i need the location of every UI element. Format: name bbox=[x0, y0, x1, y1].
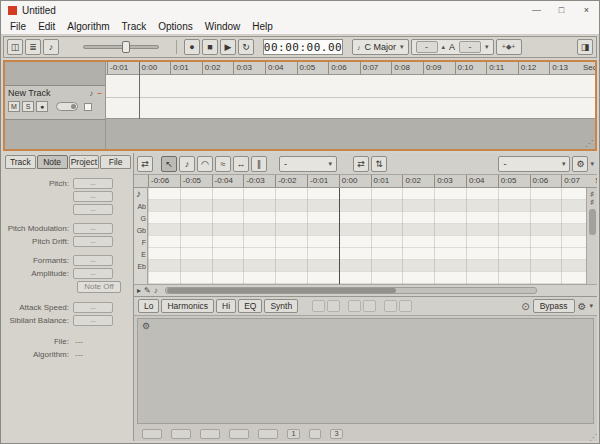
scroll-mode-icon[interactable]: ▸ bbox=[137, 286, 141, 296]
menu-item[interactable]: Track bbox=[116, 21, 153, 32]
bypass-button[interactable]: Bypass bbox=[533, 299, 575, 313]
time-display[interactable]: 00:00:00.00 bbox=[263, 39, 343, 55]
track-volume-fader[interactable] bbox=[56, 102, 78, 111]
record-arm-button[interactable]: ● bbox=[36, 101, 48, 112]
editor-settings-button[interactable]: ⚙ bbox=[572, 156, 588, 172]
panel-layout-button[interactable]: ◫ bbox=[7, 39, 23, 55]
menu-item[interactable]: Edit bbox=[32, 21, 61, 32]
tempo-up-icon[interactable]: ▴ bbox=[442, 43, 446, 51]
titlebar[interactable]: Untitled — □ × bbox=[1, 1, 599, 19]
sound-mini-control[interactable] bbox=[348, 300, 361, 312]
monitor-volume-slider[interactable] bbox=[83, 45, 159, 49]
tempo-value-2[interactable]: - bbox=[459, 41, 481, 53]
note-assignment-mode-button[interactable]: +◆+ bbox=[496, 39, 522, 55]
inspector-tab[interactable]: Note bbox=[37, 155, 68, 169]
vertical-scrollbar-thumb[interactable] bbox=[589, 209, 596, 235]
mixer-button[interactable]: ≣ bbox=[25, 39, 41, 55]
sound-param-box[interactable] bbox=[142, 429, 162, 439]
sound-mini-control[interactable] bbox=[327, 300, 340, 312]
pitch-ruler[interactable]: AbGGbFEEb ♪ bbox=[134, 188, 148, 284]
editor-ruler[interactable]: -0:06-0:05-0:04-0:03-0:02-0:010:000:010:… bbox=[134, 175, 597, 188]
sound-tab[interactable]: Synth bbox=[264, 299, 298, 313]
play-button[interactable]: ▶ bbox=[220, 39, 236, 55]
formant-tool-button[interactable]: ◠ bbox=[197, 156, 213, 172]
sound-param-box[interactable] bbox=[171, 429, 191, 439]
inspector-tab[interactable]: File bbox=[100, 155, 131, 169]
inspector-tab[interactable]: Track bbox=[5, 155, 36, 169]
sound-param-box[interactable] bbox=[200, 429, 220, 439]
algorithm-icon[interactable]: ~ bbox=[97, 89, 102, 98]
menu-item[interactable]: Window bbox=[199, 21, 247, 32]
horizontal-scrollbar-thumb[interactable] bbox=[167, 288, 397, 293]
sharp-icon[interactable]: ♯ bbox=[590, 198, 594, 205]
tempo-value[interactable]: - bbox=[416, 41, 438, 53]
menu-item[interactable]: Algorithm bbox=[61, 21, 115, 32]
sound-param-box[interactable] bbox=[258, 429, 278, 439]
editor-scroll-column[interactable]: ♯ ♯ bbox=[586, 188, 597, 284]
note-off-button[interactable]: Note Off bbox=[77, 281, 121, 293]
horizontal-scrollbar[interactable] bbox=[165, 287, 537, 294]
maximize-button[interactable]: □ bbox=[549, 1, 574, 19]
modulation-field[interactable]: -- bbox=[73, 223, 113, 234]
autoscroll-v-button[interactable]: ⇅ bbox=[371, 156, 387, 172]
playhead[interactable] bbox=[139, 62, 140, 119]
sound-tab[interactable]: Harmonics bbox=[161, 299, 214, 313]
sharp-icon[interactable]: ♯ bbox=[590, 190, 594, 197]
sound-mini-control[interactable] bbox=[384, 300, 397, 312]
pitch-field[interactable]: -- bbox=[73, 178, 113, 189]
pitch-tool-button[interactable]: ♪ bbox=[179, 156, 195, 172]
pitch-hz-field[interactable]: -- bbox=[73, 204, 113, 215]
sound-mini-control[interactable] bbox=[363, 300, 376, 312]
timing-tool-button[interactable]: ↔ bbox=[233, 156, 249, 172]
menu-item[interactable]: File bbox=[4, 21, 32, 32]
sound-tab[interactable]: Lo bbox=[138, 299, 159, 313]
monitor-icon[interactable]: ♪ bbox=[89, 89, 93, 98]
window-resize-grip-icon[interactable]: ⋰ bbox=[589, 433, 597, 442]
panel-toggle-button[interactable]: ◨ bbox=[577, 39, 593, 55]
sound-display-area[interactable]: ⚙ bbox=[137, 318, 594, 424]
track-name[interactable]: New Track bbox=[8, 88, 85, 98]
speaker-icon[interactable]: ♪ bbox=[154, 286, 158, 296]
sound-num-field[interactable]: 3 bbox=[330, 429, 343, 439]
track-lanes[interactable] bbox=[106, 75, 595, 119]
chevron-down-icon[interactable]: ▾ bbox=[589, 302, 593, 310]
key-selector[interactable]: ♪ C Major ▾ bbox=[352, 39, 409, 55]
record-button[interactable]: ● bbox=[184, 39, 200, 55]
algorithm-dropdown[interactable]: - ▾ bbox=[498, 156, 570, 172]
drift-field[interactable]: -- bbox=[73, 236, 113, 247]
editor-playhead[interactable] bbox=[339, 188, 340, 284]
track-header[interactable]: New Track ♪ ~ M S ● bbox=[5, 85, 105, 120]
track-checkbox[interactable] bbox=[84, 103, 92, 111]
attack-field[interactable]: -- bbox=[73, 302, 113, 313]
sound-tab[interactable]: EQ bbox=[238, 299, 262, 313]
sound-tab[interactable]: Hi bbox=[216, 299, 236, 313]
resize-grip-icon[interactable]: ⋰ bbox=[585, 139, 593, 148]
pitch-cent-field[interactable]: -- bbox=[73, 191, 113, 202]
amplitude-tool-button[interactable]: ≈ bbox=[215, 156, 231, 172]
note-assignment-view-button[interactable]: ♪ bbox=[43, 39, 59, 55]
autostretch-button[interactable]: A bbox=[449, 42, 455, 52]
close-button[interactable]: × bbox=[574, 1, 599, 19]
inspector-tab[interactable]: Project bbox=[69, 155, 100, 169]
solo-button[interactable]: S bbox=[22, 101, 34, 112]
fader-handle[interactable] bbox=[71, 104, 76, 109]
chevron-down-icon[interactable]: ▾ bbox=[590, 160, 594, 168]
pencil-icon[interactable]: ✎ bbox=[144, 286, 151, 296]
formants-field[interactable]: -- bbox=[73, 255, 113, 266]
sound-options-gear-icon[interactable]: ⚙ bbox=[142, 321, 150, 331]
gear-icon[interactable]: ⚙ bbox=[578, 301, 587, 312]
power-icon[interactable]: ⊙ bbox=[521, 301, 529, 312]
cycle-button[interactable]: ↻ bbox=[238, 39, 254, 55]
tempo-group[interactable]: - ▴ A - ▾ bbox=[411, 39, 494, 55]
sibilant-field[interactable]: -- bbox=[73, 315, 113, 326]
slider-thumb[interactable] bbox=[122, 41, 130, 53]
sound-mini-control[interactable] bbox=[312, 300, 325, 312]
minimize-button[interactable]: — bbox=[524, 1, 549, 19]
link-editor-button[interactable]: ⇄ bbox=[137, 156, 153, 172]
arrange-ruler[interactable]: -0:010:000:010:020:030:040:050:060:070:0… bbox=[106, 62, 595, 75]
mute-button[interactable]: M bbox=[8, 101, 20, 112]
sound-param-box[interactable] bbox=[229, 429, 249, 439]
menu-item[interactable]: Options bbox=[152, 21, 198, 32]
macro-dropdown[interactable]: - ▾ bbox=[279, 156, 337, 172]
separation-tool-button[interactable]: ∥ bbox=[251, 156, 267, 172]
